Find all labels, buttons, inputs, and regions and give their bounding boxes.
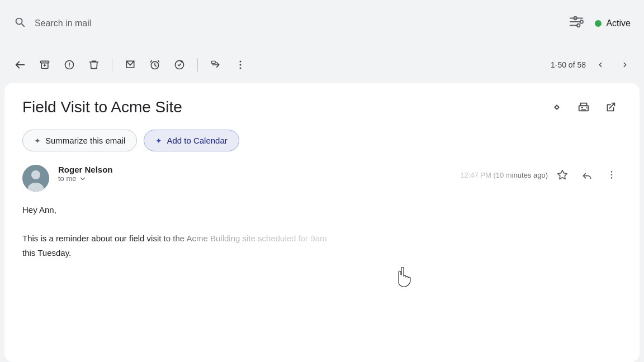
toolbar-divider-1 xyxy=(112,58,112,72)
mark-unread-button[interactable] xyxy=(119,54,141,76)
svg-point-9 xyxy=(69,66,70,68)
email-subject: Field Visit to Acme Site xyxy=(22,98,182,116)
top-bar: Search in mail Active xyxy=(0,0,644,47)
snooze-button[interactable] xyxy=(144,54,166,76)
svg-point-20 xyxy=(31,170,40,179)
svg-point-3 xyxy=(580,20,584,23)
reply-button[interactable] xyxy=(577,165,597,185)
svg-point-15 xyxy=(240,68,242,69)
svg-point-4 xyxy=(577,24,580,27)
email-view: Field Visit to Acme Site xyxy=(4,83,640,362)
svg-rect-12 xyxy=(212,61,216,63)
ai-star-icon-2: ✦ xyxy=(155,136,162,145)
summarize-label: Summarize this email xyxy=(45,136,125,145)
toolbar: 1-50 of 58 xyxy=(0,47,644,83)
archive-button[interactable] xyxy=(34,54,56,76)
move-button[interactable] xyxy=(205,54,227,76)
svg-point-17 xyxy=(586,107,588,108)
subject-actions xyxy=(546,96,622,118)
right-bar: Active xyxy=(569,16,631,31)
sender-name: Roger Nelson xyxy=(58,165,451,174)
email-more-button[interactable] xyxy=(602,165,622,185)
active-label: Active xyxy=(606,18,631,28)
to-me-label: to me xyxy=(58,174,77,183)
sender-info: Roger Nelson to me xyxy=(58,165,451,183)
svg-point-23 xyxy=(611,174,613,176)
pagination-text: 1-50 of 58 xyxy=(551,60,586,69)
subject-expand-button[interactable] xyxy=(546,96,568,118)
add-task-button[interactable] xyxy=(168,54,191,76)
toolbar-divider-2 xyxy=(197,58,198,72)
filter-icon[interactable] xyxy=(569,16,584,31)
ai-star-icon-1: ✦ xyxy=(34,136,41,145)
report-button[interactable] xyxy=(58,54,80,76)
svg-rect-6 xyxy=(41,61,49,63)
cursor xyxy=(396,267,411,287)
active-status: Active xyxy=(595,18,631,28)
back-button[interactable] xyxy=(9,54,31,76)
email-body-line3: this Tuesday. xyxy=(22,246,622,260)
email-body: Hey Ann, This is a reminder about our fi… xyxy=(22,203,622,260)
sender-avatar xyxy=(22,165,49,192)
pagination-info: 1-50 of 58 xyxy=(551,55,635,75)
summarize-email-button[interactable]: ✦ Summarize this email xyxy=(22,130,137,151)
email-body-line2: This is a reminder about our field visit… xyxy=(22,231,622,246)
active-dot xyxy=(595,20,602,27)
calendar-label: Add to Calendar xyxy=(167,136,227,145)
open-new-window-button[interactable] xyxy=(599,96,622,118)
star-button[interactable] xyxy=(552,165,572,185)
svg-point-14 xyxy=(240,64,242,66)
sender-to-dropdown[interactable]: to me xyxy=(58,174,451,183)
svg-point-13 xyxy=(240,61,242,63)
search-icon xyxy=(13,16,26,31)
email-meta: 12:47 PM (10 minutes ago) xyxy=(460,165,622,185)
more-options-button[interactable] xyxy=(229,54,252,76)
email-greeting: Hey Ann, xyxy=(22,203,622,217)
svg-point-24 xyxy=(611,177,613,179)
email-subject-row: Field Visit to Acme Site xyxy=(22,96,622,118)
delete-button[interactable] xyxy=(83,54,105,76)
search-placeholder-text[interactable]: Search in mail xyxy=(35,18,91,28)
add-to-calendar-button[interactable]: ✦ Add to Calendar xyxy=(144,130,239,151)
search-area: Search in mail xyxy=(13,16,569,31)
svg-point-22 xyxy=(611,171,613,173)
email-timestamp: 12:47 PM (10 minutes ago) xyxy=(460,171,548,179)
pagination-next[interactable] xyxy=(615,55,635,75)
print-button[interactable] xyxy=(572,96,595,118)
email-header: Roger Nelson to me 12:47 PM (10 minutes … xyxy=(22,165,622,192)
ai-buttons-row: ✦ Summarize this email ✦ Add to Calendar xyxy=(22,130,622,151)
pagination-prev[interactable] xyxy=(590,55,610,75)
